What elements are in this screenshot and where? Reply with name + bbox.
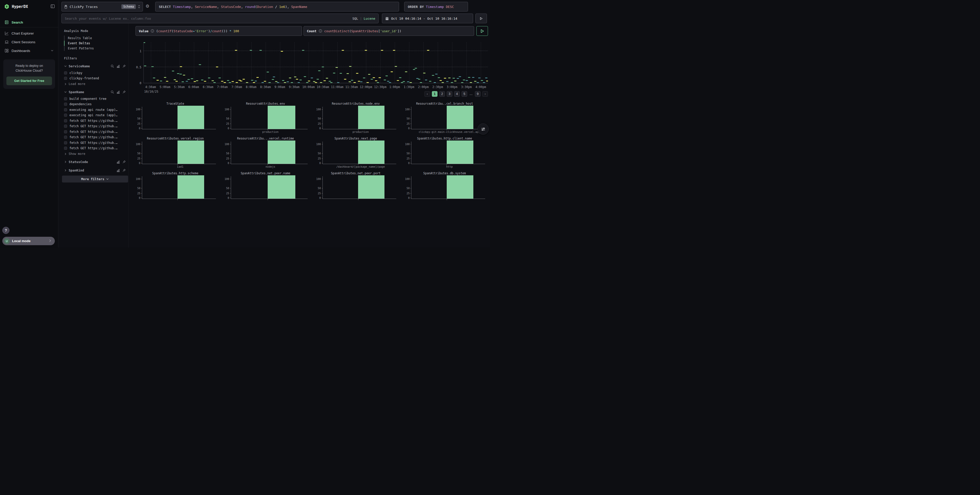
facet-chart[interactable]: ResourceAttribu...vercel.runtime10050250… xyxy=(221,136,310,170)
filter-option[interactable]: fetch GET https://github.… xyxy=(64,118,126,124)
histogram-icon[interactable] xyxy=(116,65,120,68)
filter-option[interactable]: fetch GET https://github.… xyxy=(64,146,126,151)
filter-group-header[interactable]: SpanKind xyxy=(64,167,126,173)
histogram-icon[interactable] xyxy=(116,160,120,163)
load-more-link[interactable]: Load more xyxy=(64,81,126,87)
sidebar-item-client-sessions[interactable]: Client Sessions xyxy=(0,38,58,46)
data-mark xyxy=(164,77,166,78)
sql-select-editor[interactable]: SELECT Timestamp, ServiceName, StatusCod… xyxy=(155,2,399,11)
chevron-down-icon xyxy=(64,65,67,68)
search-icon[interactable] xyxy=(111,90,114,94)
checkbox[interactable] xyxy=(64,136,67,139)
facet-chart[interactable]: SpanAttributes.http.client.name10050250h… xyxy=(401,136,488,170)
checkbox[interactable] xyxy=(64,114,67,117)
facet-chart[interactable]: SpanAttributes.next.page10050250/dashboa… xyxy=(313,136,399,170)
chart-settings-fab[interactable] xyxy=(477,123,489,135)
facet-y-tick: 0 xyxy=(319,162,321,165)
page-button-4[interactable]: 4 xyxy=(454,91,460,97)
page-button-9[interactable]: 9 xyxy=(475,91,480,97)
chart-run-button[interactable] xyxy=(476,26,488,36)
page-button-5[interactable]: 5 xyxy=(461,91,467,97)
filter-option[interactable]: dependencies xyxy=(64,102,126,107)
facet-chart[interactable]: SpanAttributes.http.scheme10050250https xyxy=(132,171,218,200)
facet-chart[interactable]: ResourceAttribu..cel.branch_host10050250… xyxy=(401,102,488,135)
filter-option[interactable]: executing api route (app)… xyxy=(64,107,126,113)
filter-option[interactable]: build component tree xyxy=(64,96,126,102)
pin-icon[interactable] xyxy=(123,65,126,68)
filter-group-header[interactable]: ServiceName xyxy=(64,63,126,69)
filter-group-header[interactable]: StatusCode xyxy=(64,159,126,165)
page-button-2[interactable]: 2 xyxy=(439,91,445,97)
facet-chart[interactable]: TraceState10050250 xyxy=(132,102,218,135)
filter-option[interactable]: clickpy-frontend xyxy=(64,76,126,81)
checkbox[interactable] xyxy=(64,108,67,111)
value-expression-input[interactable]: Value (countIf(StatusCode='Error')/count… xyxy=(135,26,302,36)
facet-chart[interactable]: ResourceAttributes.env10050250production xyxy=(221,102,310,135)
get-started-button[interactable]: Get Started for Free xyxy=(6,76,52,86)
histogram-icon[interactable] xyxy=(116,90,120,94)
filter-group-statuscode: StatusCode xyxy=(64,159,126,165)
histogram-icon[interactable] xyxy=(116,169,120,172)
checkbox[interactable] xyxy=(64,71,67,75)
facet-chart[interactable]: ResourceAttributes.vercel.region10050250… xyxy=(132,136,218,170)
filter-group-spankind: SpanKind xyxy=(64,167,126,173)
layout-icon xyxy=(5,49,9,53)
sidebar-item-chart-explorer[interactable]: Chart Explorer xyxy=(0,29,58,38)
show-more-link[interactable]: Show more xyxy=(64,151,126,157)
help-button[interactable]: ? xyxy=(2,227,10,234)
checkbox[interactable] xyxy=(64,77,67,80)
mode-lucene[interactable]: Lucene xyxy=(364,17,375,21)
order-by-editor[interactable]: ORDER BY Timestamp DESC xyxy=(404,2,468,11)
time-range-picker[interactable]: Oct 10 04:16:14 - Oct 10 16:16:14 xyxy=(382,14,473,23)
user-menu[interactable]: U Local mode xyxy=(2,237,55,245)
filter-option[interactable]: fetch GET https://github.… xyxy=(64,124,126,129)
filter-option[interactable]: fetch GET https://github.… xyxy=(64,135,126,140)
event-deltas-chart[interactable]: 00.514:30am5:00am5:30am6:00am6:30am7:00a… xyxy=(143,42,488,83)
facet-bar xyxy=(268,141,295,164)
facet-title: SpanAttributes.net.peer.port xyxy=(313,171,399,175)
checkbox[interactable] xyxy=(64,141,67,144)
next-page-button[interactable]: › xyxy=(482,91,488,97)
checkbox[interactable] xyxy=(64,130,67,133)
analysis-mode-event-deltas[interactable]: Event Deltas xyxy=(64,41,126,46)
checkbox[interactable] xyxy=(64,119,67,122)
delta-plot-area[interactable] xyxy=(143,42,488,83)
filter-option[interactable]: clickpy xyxy=(64,70,126,76)
filter-option[interactable]: fetch GET https://github.… xyxy=(64,140,126,146)
pin-icon[interactable] xyxy=(123,160,126,163)
sidebar-item-search[interactable]: Search xyxy=(0,18,58,27)
collapse-sidebar-icon[interactable] xyxy=(51,4,55,10)
checkbox[interactable] xyxy=(64,97,67,100)
facet-chart[interactable]: SpanAttributes.db.system10050250clickhou… xyxy=(401,171,488,200)
more-filters-button[interactable]: More filters xyxy=(62,176,128,182)
facet-chart[interactable]: ResourceAttributes.node.env10050250produ… xyxy=(313,102,399,135)
count-expression-input[interactable]: Count countDistinct(SpanAttributes['user… xyxy=(304,26,474,36)
analysis-mode-results-table[interactable]: Results Table xyxy=(64,36,126,41)
y-tick-label: 1 xyxy=(140,49,142,53)
sidebar-item-dashboards[interactable]: Dashboards xyxy=(0,46,58,55)
pin-icon[interactable] xyxy=(123,90,126,94)
page-button-3[interactable]: 3 xyxy=(447,91,452,97)
search-icon[interactable] xyxy=(111,65,114,68)
search-run-button[interactable] xyxy=(476,14,487,23)
x-tick-label: 8:00am xyxy=(246,85,257,89)
analysis-mode-event-patterns[interactable]: Event Patterns xyxy=(64,46,126,51)
checkbox[interactable] xyxy=(64,103,67,106)
data-mark xyxy=(348,81,351,82)
page-button-1[interactable]: 1 xyxy=(432,91,438,97)
facet-bar xyxy=(358,106,385,129)
checkbox[interactable] xyxy=(64,125,67,128)
facet-chart[interactable]: SpanAttributes.net.peer.port100502508443 xyxy=(313,171,399,200)
source-select[interactable]: ClickPy Traces Schema xyxy=(62,2,143,11)
facet-chart[interactable]: SpanAttributes.net.peer.name10050250z5qr… xyxy=(221,171,310,200)
mode-sql[interactable]: SQL xyxy=(352,17,358,21)
gear-icon[interactable]: ⚙ xyxy=(145,3,150,9)
filter-option[interactable]: executing api route (app)… xyxy=(64,113,126,118)
search-input[interactable]: Search your events w/ Lucene ex. column:… xyxy=(62,14,379,23)
pin-icon[interactable] xyxy=(123,169,126,172)
filter-option[interactable]: fetch GET https://github.… xyxy=(64,129,126,135)
checkbox[interactable] xyxy=(64,147,67,150)
facet-title: SpanAttributes.next.page xyxy=(313,136,399,141)
prev-page-button[interactable]: ‹ xyxy=(425,91,430,97)
filter-group-header[interactable]: SpanName xyxy=(64,89,126,95)
